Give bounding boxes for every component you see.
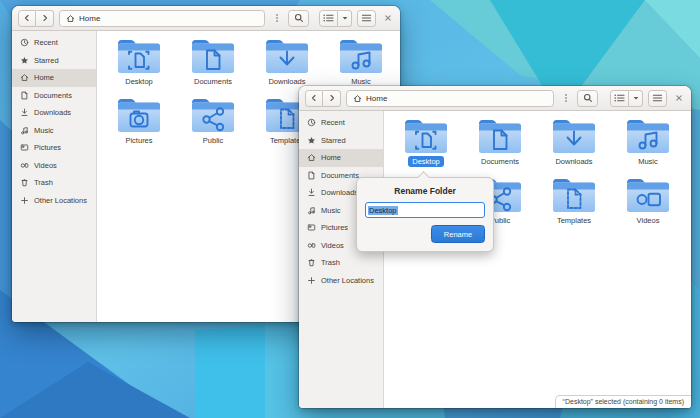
sidebar-item-label: Recent bbox=[34, 38, 58, 47]
headerbar: Home bbox=[299, 86, 691, 111]
sidebar-item-label: Home bbox=[34, 73, 54, 82]
videos-icon bbox=[307, 241, 316, 250]
desktop-icon bbox=[116, 37, 162, 75]
sidebar-item-label: Trash bbox=[34, 178, 53, 187]
sidebar-item-label: Videos bbox=[321, 241, 344, 250]
sidebar-item-music[interactable]: Music bbox=[12, 122, 96, 140]
location-options-button[interactable] bbox=[559, 90, 572, 107]
desktop-icon bbox=[403, 117, 449, 155]
sidebar-item-label: Downloads bbox=[321, 188, 358, 197]
sidebar-item-other-locations[interactable]: Other Locations bbox=[299, 272, 383, 290]
dialog-title: Rename Folder bbox=[365, 186, 485, 196]
sidebar-item-home[interactable]: Home bbox=[299, 149, 383, 167]
folder-label: Videos bbox=[633, 215, 664, 226]
close-button[interactable] bbox=[381, 10, 394, 27]
sidebar-item-starred[interactable]: Starred bbox=[299, 132, 383, 150]
folder-label: Templates bbox=[553, 215, 595, 226]
hamburger-icon bbox=[360, 13, 373, 23]
folder-item-templates[interactable]: Templates bbox=[537, 176, 611, 235]
close-icon bbox=[675, 94, 683, 102]
sidebar-item-label: Documents bbox=[321, 171, 359, 180]
sidebar-item-label: Documents bbox=[34, 91, 72, 100]
list-view-icon bbox=[613, 93, 626, 103]
hamburger-menu-button[interactable] bbox=[648, 90, 667, 107]
home-icon bbox=[20, 73, 29, 82]
forward-button[interactable] bbox=[323, 90, 341, 107]
sidebar-item-starred[interactable]: Starred bbox=[12, 52, 96, 70]
sidebar-item-label: Music bbox=[321, 206, 341, 215]
downloads-icon bbox=[307, 188, 316, 197]
path-bar[interactable]: Home bbox=[59, 10, 265, 27]
rename-button[interactable]: Rename bbox=[431, 225, 485, 243]
folder-label: Desktop bbox=[408, 156, 444, 167]
sidebar-item-label: Other Locations bbox=[321, 276, 374, 285]
search-icon bbox=[583, 93, 593, 103]
sidebar-item-label: Trash bbox=[321, 258, 340, 267]
files-window-front: Home Recent Starred bbox=[299, 86, 691, 408]
file-view: Desktop Documents Downloads bbox=[384, 111, 691, 408]
list-view-button[interactable] bbox=[319, 10, 338, 27]
view-options-button[interactable] bbox=[338, 10, 352, 27]
folder-item-documents[interactable]: Documents bbox=[463, 117, 537, 176]
documents-icon bbox=[307, 171, 316, 180]
sidebar: Recent Starred Home Documents bbox=[12, 31, 97, 322]
back-button[interactable] bbox=[305, 90, 323, 107]
sidebar-item-recent[interactable]: Recent bbox=[12, 34, 96, 52]
videos-icon bbox=[20, 161, 29, 170]
sidebar-item-home[interactable]: Home bbox=[12, 69, 96, 87]
folder-label: Documents bbox=[190, 76, 236, 87]
sidebar-item-documents[interactable]: Documents bbox=[12, 87, 96, 105]
folder-item-desktop[interactable]: Desktop bbox=[389, 117, 463, 176]
sidebar-item-trash[interactable]: Trash bbox=[12, 174, 96, 192]
sidebar-item-other-locations[interactable]: Other Locations bbox=[12, 192, 96, 210]
recent-icon bbox=[307, 118, 316, 127]
view-toggle-group bbox=[610, 90, 643, 107]
downloads-icon bbox=[264, 37, 310, 75]
chevron-down-icon bbox=[632, 94, 640, 102]
music-icon bbox=[625, 117, 671, 155]
documents-icon bbox=[477, 117, 523, 155]
downloads-icon bbox=[20, 108, 29, 117]
rename-folder-dialog: Rename Folder Desktop Rename bbox=[356, 177, 494, 252]
sidebar-item-label: Pictures bbox=[34, 143, 61, 152]
folder-item-public[interactable]: Public bbox=[176, 96, 250, 155]
forward-button[interactable] bbox=[36, 10, 54, 27]
selection-status-bar: “Desktop” selected (containing 0 items) bbox=[555, 395, 691, 409]
folder-label: Music bbox=[634, 156, 662, 167]
folder-item-videos[interactable]: Videos bbox=[611, 176, 685, 235]
close-button[interactable] bbox=[672, 90, 685, 107]
folder-label: Documents bbox=[477, 156, 523, 167]
folder-item-music[interactable]: Music bbox=[611, 117, 685, 176]
path-bar[interactable]: Home bbox=[346, 90, 554, 107]
folder-item-desktop[interactable]: Desktop bbox=[102, 37, 176, 96]
recent-icon bbox=[20, 38, 29, 47]
sidebar-item-label: Starred bbox=[34, 56, 59, 65]
search-button[interactable] bbox=[288, 10, 309, 27]
folder-item-documents[interactable]: Documents bbox=[176, 37, 250, 96]
folder-item-pictures[interactable]: Pictures bbox=[102, 96, 176, 155]
plus-icon bbox=[307, 276, 316, 285]
public-icon bbox=[190, 96, 236, 134]
view-options-button[interactable] bbox=[629, 90, 643, 107]
sidebar-item-downloads[interactable]: Downloads bbox=[12, 104, 96, 122]
trash-icon bbox=[20, 178, 29, 187]
sidebar-item-label: Music bbox=[34, 126, 54, 135]
sidebar-item-videos[interactable]: Videos bbox=[12, 157, 96, 175]
downloads-icon bbox=[551, 117, 597, 155]
folder-name-input[interactable]: Desktop bbox=[365, 202, 485, 218]
sidebar-item-trash[interactable]: Trash bbox=[299, 254, 383, 272]
home-icon bbox=[307, 153, 316, 162]
list-view-button[interactable] bbox=[610, 90, 629, 107]
sidebar-item-label: Other Locations bbox=[34, 196, 87, 205]
list-view-icon bbox=[322, 13, 335, 23]
sidebar-item-pictures[interactable]: Pictures bbox=[12, 139, 96, 157]
sidebar-item-recent[interactable]: Recent bbox=[299, 114, 383, 132]
music-icon bbox=[338, 37, 384, 75]
folder-item-downloads[interactable]: Downloads bbox=[537, 117, 611, 176]
hamburger-menu-button[interactable] bbox=[357, 10, 376, 27]
trash-icon bbox=[307, 258, 316, 267]
search-button[interactable] bbox=[577, 90, 598, 107]
documents-icon bbox=[20, 91, 29, 100]
location-options-button[interactable] bbox=[270, 10, 283, 27]
back-button[interactable] bbox=[18, 10, 36, 27]
